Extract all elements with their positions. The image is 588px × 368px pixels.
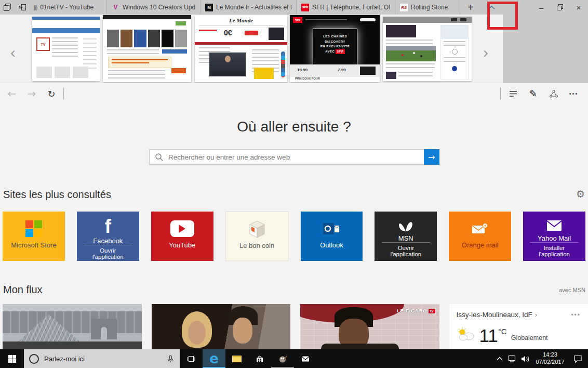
thumb-decor	[176, 21, 186, 25]
feed-card-louvre[interactable]	[3, 304, 142, 349]
site-favicon: M	[205, 4, 213, 11]
thumb-decor	[171, 68, 186, 73]
top-site-tile-outlook[interactable]: Outlook	[301, 212, 363, 261]
tab-title: SFR | Téléphone, Forfait, Off	[312, 4, 390, 11]
toolbar-separator	[63, 88, 64, 99]
scroll-previews-left-button[interactable]: ‹	[10, 45, 16, 60]
tab-preview-windows10-article[interactable]	[103, 15, 191, 82]
top-site-tile-microsoft-store[interactable]: Microsoft Store	[3, 212, 65, 261]
top-sites-grid: Microsoft Store f Facebook Ouvrir l'appl…	[3, 212, 585, 261]
taskbar-clock[interactable]: 14:23 07/02/2017	[532, 351, 568, 366]
facebook-logo-icon: f	[105, 217, 111, 236]
site-favicon: V	[112, 4, 119, 11]
web-note-button[interactable]: ✎	[523, 83, 543, 104]
install-app-link[interactable]: Installer l'application	[530, 242, 579, 261]
restore-button[interactable]	[551, 0, 569, 15]
tile-label: YouTube	[169, 241, 195, 249]
tile-label: Microsoft Store	[11, 241, 56, 249]
promo-line: LES CHAINES	[313, 34, 357, 40]
open-app-link[interactable]: Ouvrir l'application	[382, 242, 431, 261]
outlook-logo-icon	[323, 221, 340, 236]
tab-sfr[interactable]: SFR SFR | Téléphone, Forfait, Off	[297, 0, 395, 15]
weather-condition: Globalement	[511, 334, 548, 341]
taskbar-gimp-button[interactable]	[271, 349, 294, 368]
volume-icon[interactable]	[519, 349, 532, 368]
thumb-decor	[32, 28, 100, 33]
thumb-decor	[386, 46, 436, 61]
top-site-tile-yahoo-mail[interactable]: Yahoo Mail Installer l'application	[523, 212, 585, 261]
scroll-previews-right-button[interactable]: ›	[483, 45, 488, 60]
feed-card-celebrities[interactable]	[152, 304, 291, 349]
tile-label: Outlook	[320, 241, 343, 249]
taskbar-mail-button[interactable]	[294, 349, 317, 368]
thumb-decor	[398, 72, 433, 79]
top-site-tile-facebook[interactable]: f Facebook Ouvrir l'application	[77, 212, 139, 261]
tabs-set-aside-button[interactable]	[15, 0, 29, 15]
feed-image-decor	[321, 344, 399, 349]
restore-tabs-icon	[18, 3, 26, 11]
tab-rolling-stone[interactable]: RS Rolling Stone	[395, 0, 460, 15]
network-status-icon[interactable]	[506, 349, 519, 368]
thumb-decor	[383, 17, 472, 23]
action-center-button[interactable]	[568, 349, 588, 368]
microphone-icon[interactable]	[166, 355, 175, 363]
tile-label: Yahoo Mail	[538, 234, 571, 242]
tab-preview-lemonde[interactable]: Le Monde 0€	[195, 15, 287, 82]
thumb-decor	[386, 72, 396, 79]
search-go-button[interactable]: →	[424, 149, 439, 165]
cortana-search-box[interactable]: Parlez-moi ici	[24, 349, 180, 368]
search-icon	[155, 153, 164, 162]
top-site-tile-orange-mail[interactable]: Orange mail	[449, 212, 511, 261]
chevron-right-icon: ›	[535, 311, 537, 319]
top-site-tile-leboncoin[interactable]: Le bon coin	[225, 212, 289, 261]
forward-button[interactable]: →	[22, 87, 42, 100]
thumb-decor	[281, 51, 285, 77]
page-title: Où aller ensuite ?	[0, 119, 588, 135]
taskbar-edge-button[interactable]: e	[203, 349, 225, 368]
set-tabs-aside-button[interactable]	[0, 0, 15, 15]
weather-menu-button[interactable]: •••	[571, 311, 581, 319]
tab-preview-rolling-stone[interactable]	[383, 17, 472, 81]
system-tray: 14:23 07/02/2017	[493, 349, 588, 368]
tab-lemonde[interactable]: M Le Monde.fr - Actualités et I	[201, 0, 297, 15]
feed-image-decor	[233, 318, 252, 344]
show-hidden-icons-button[interactable]	[493, 349, 506, 368]
close-button[interactable]: ×	[569, 0, 588, 15]
refresh-button[interactable]: ↻	[42, 88, 61, 99]
tab-preview-01nettv-youtube[interactable]: TV	[32, 17, 100, 81]
feed-card-figaro-video[interactable]: LE FIGARO tv	[300, 304, 439, 349]
back-button[interactable]: ←	[2, 87, 22, 100]
minimize-button[interactable]: –	[532, 0, 551, 15]
open-app-link[interactable]: Ouvrir l'application	[84, 245, 132, 261]
tab-preview-sfr[interactable]: SFR LES CHAINES DISCOVERY EN EXCLUSIVITÉ…	[290, 15, 380, 82]
hub-button[interactable]	[503, 83, 523, 104]
youtube-play-icon	[170, 220, 194, 237]
customize-gear-button[interactable]: ⚙	[576, 189, 585, 199]
site-favicon: SFR	[301, 4, 309, 11]
start-button[interactable]	[0, 349, 24, 368]
top-site-tile-msn[interactable]: MSN Ouvrir l'application	[375, 212, 437, 261]
search-input[interactable]	[150, 149, 424, 165]
tile-label: MSN	[398, 234, 413, 242]
task-view-button[interactable]	[180, 349, 203, 368]
thumb-decor	[107, 30, 187, 47]
new-tab-button[interactable]: +	[460, 0, 481, 15]
sfr-logo: SFR	[293, 17, 302, 23]
tile-label: Le bon coin	[239, 242, 274, 249]
taskbar-file-explorer-button[interactable]	[225, 349, 248, 368]
thumb-decor	[36, 67, 88, 78]
thumb-decor	[199, 30, 217, 31]
news-feed-row: LE FIGARO tv Issy-les-Moulineaux, IdF › …	[3, 304, 588, 349]
weather-location[interactable]: Issy-les-Moulineaux, IdF	[457, 311, 532, 319]
share-button[interactable]	[543, 83, 564, 104]
mail-icon	[301, 356, 310, 362]
tab-title: Le Monde.fr - Actualités et I	[216, 4, 291, 11]
tab-01nettv-youtube[interactable]: |)) 01netTV - YouTube	[29, 0, 107, 15]
feed-heading: Mon flux	[3, 284, 43, 296]
promo-line: AVECSFR	[313, 49, 357, 55]
weather-card[interactable]: Issy-les-Moulineaux, IdF › ••• 11°C Glob…	[449, 304, 588, 349]
more-actions-button[interactable]: •••	[564, 83, 584, 104]
taskbar-store-button[interactable]	[248, 349, 271, 368]
tab-windows10-creators[interactable]: V Windows 10 Creators Upda	[107, 0, 201, 15]
top-site-tile-youtube[interactable]: YouTube	[151, 212, 213, 261]
